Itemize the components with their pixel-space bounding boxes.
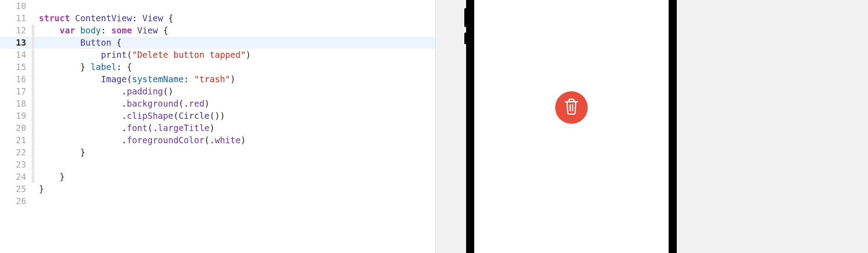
- code-content[interactable]: struct ContentView: View {: [36, 12, 435, 24]
- fold-ribbon[interactable]: [32, 159, 36, 171]
- fold-ribbon: [32, 12, 36, 24]
- code-line[interactable]: 20 .font(.largeTitle): [0, 122, 435, 134]
- code-content[interactable]: .foregroundColor(.white): [36, 134, 435, 146]
- code-line[interactable]: 25}: [0, 183, 435, 195]
- device-side-button: [464, 8, 467, 27]
- code-content[interactable]: .background(.red): [36, 98, 435, 110]
- code-content[interactable]: } label: {: [36, 61, 435, 73]
- line-number[interactable]: 23: [0, 159, 32, 171]
- line-number[interactable]: 19: [0, 110, 32, 122]
- fold-ribbon[interactable]: [32, 146, 36, 159]
- code-content[interactable]: .clipShape(Circle()): [36, 110, 435, 122]
- preview-pane: [435, 0, 868, 253]
- code-line[interactable]: 24 }: [0, 171, 435, 183]
- code-content[interactable]: .font(.largeTitle): [36, 122, 435, 134]
- code-line[interactable]: 14 print("Delete button tapped"): [0, 49, 435, 61]
- line-number[interactable]: 26: [0, 195, 32, 207]
- code-line[interactable]: 12 var body: some View {: [0, 24, 435, 37]
- fold-ribbon[interactable]: [32, 98, 36, 110]
- pane-divider[interactable]: [435, 0, 436, 253]
- code-line[interactable]: 13 Button {: [0, 37, 435, 49]
- line-number[interactable]: 13: [0, 37, 32, 49]
- code-line[interactable]: 10: [0, 0, 435, 12]
- code-line[interactable]: 22 }: [0, 146, 435, 159]
- code-line[interactable]: 15 } label: {: [0, 61, 435, 73]
- line-number[interactable]: 18: [0, 98, 32, 110]
- code-line[interactable]: 21 .foregroundColor(.white): [0, 134, 435, 146]
- fold-ribbon[interactable]: [32, 122, 36, 134]
- trash-icon: [564, 98, 579, 117]
- device-side-button: [464, 33, 467, 44]
- line-number[interactable]: 20: [0, 122, 32, 134]
- code-editor[interactable]: 1011struct ContentView: View {12 var bod…: [0, 0, 435, 253]
- code-content[interactable]: var body: some View {: [36, 24, 435, 37]
- line-number[interactable]: 22: [0, 146, 32, 159]
- code-content[interactable]: Button {: [36, 37, 435, 49]
- code-line[interactable]: 19 .clipShape(Circle()): [0, 110, 435, 122]
- code-line[interactable]: 16 Image(systemName: "trash"): [0, 73, 435, 85]
- line-number[interactable]: 17: [0, 85, 32, 98]
- code-content[interactable]: }: [36, 171, 435, 183]
- line-number[interactable]: 21: [0, 134, 32, 146]
- fold-ribbon[interactable]: [32, 110, 36, 122]
- delete-button[interactable]: [555, 91, 588, 124]
- line-number[interactable]: 11: [0, 12, 32, 24]
- code-line[interactable]: 11struct ContentView: View {: [0, 12, 435, 24]
- code-line[interactable]: 23: [0, 159, 435, 171]
- fold-ribbon: [32, 183, 36, 195]
- line-number[interactable]: 12: [0, 24, 32, 37]
- code-line[interactable]: 18 .background(.red): [0, 98, 435, 110]
- code-content[interactable]: }: [36, 183, 435, 195]
- fold-ribbon[interactable]: [32, 37, 36, 49]
- fold-ribbon[interactable]: [32, 134, 36, 146]
- code-content[interactable]: print("Delete button tapped"): [36, 49, 435, 61]
- code-content[interactable]: Image(systemName: "trash"): [36, 73, 435, 85]
- fold-ribbon: [32, 0, 36, 12]
- fold-ribbon[interactable]: [32, 85, 36, 98]
- line-number[interactable]: 15: [0, 61, 32, 73]
- code-content[interactable]: }: [36, 146, 435, 159]
- line-number[interactable]: 10: [0, 0, 32, 12]
- line-number[interactable]: 16: [0, 73, 32, 85]
- code-line[interactable]: 26: [0, 195, 435, 207]
- line-number[interactable]: 14: [0, 49, 32, 61]
- fold-ribbon[interactable]: [32, 49, 36, 61]
- line-number[interactable]: 24: [0, 171, 32, 183]
- fold-ribbon[interactable]: [32, 73, 36, 85]
- device-screen: [474, 0, 669, 253]
- code-content[interactable]: .padding(): [36, 85, 435, 98]
- code-line[interactable]: 17 .padding(): [0, 85, 435, 98]
- fold-ribbon[interactable]: [32, 61, 36, 73]
- fold-ribbon[interactable]: [32, 24, 36, 37]
- line-number[interactable]: 25: [0, 183, 32, 195]
- device-frame: [466, 0, 677, 253]
- fold-ribbon[interactable]: [32, 171, 36, 183]
- fold-ribbon: [32, 195, 36, 207]
